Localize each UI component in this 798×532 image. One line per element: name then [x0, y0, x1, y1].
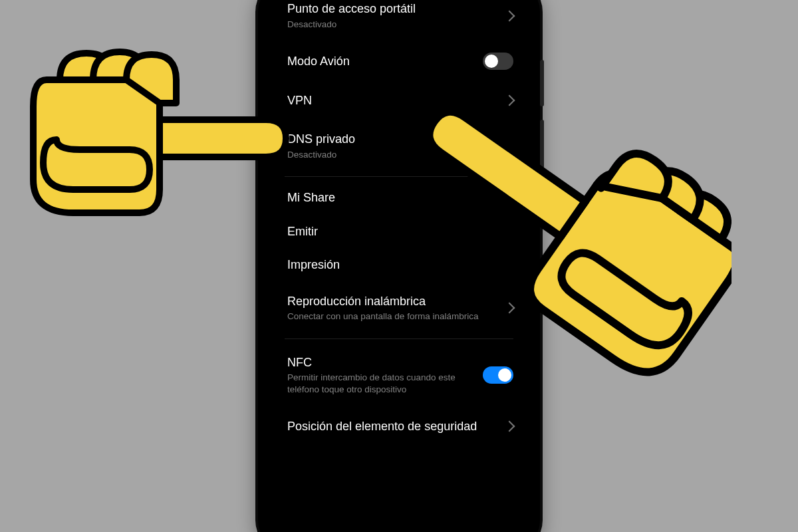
- phone-side-button: [540, 60, 544, 106]
- row-mi-share[interactable]: Mi Share: [285, 181, 513, 215]
- phone-screen: Punto de acceso portátil Desactivado Mod…: [267, 0, 531, 532]
- separator: [285, 176, 513, 177]
- row-print[interactable]: Impresión: [285, 248, 513, 282]
- chevron-right-icon: [504, 10, 515, 21]
- row-cast[interactable]: Emitir: [285, 215, 513, 249]
- row-vpn[interactable]: VPN: [285, 81, 513, 120]
- row-wireless-display[interactable]: Reproducción inalámbrica Conectar con un…: [285, 282, 513, 334]
- chevron-right-icon: [504, 421, 515, 432]
- row-subtitle: Desactivado: [287, 19, 487, 31]
- nfc-toggle[interactable]: [483, 366, 513, 384]
- toggle-knob: [498, 368, 511, 382]
- row-subtitle: Conectar con una pantalla de forma inalá…: [287, 311, 487, 323]
- row-title: Mi Share: [287, 190, 493, 205]
- pointing-right-icon: [20, 40, 293, 239]
- row-subtitle: Desactivado: [287, 149, 487, 161]
- row-title: Modo Avión: [287, 54, 493, 69]
- chevron-right-icon: [504, 303, 515, 314]
- row-title: Punto de acceso portátil: [287, 1, 493, 17]
- toggle-knob: [485, 55, 498, 68]
- phone-side-button: [540, 120, 544, 193]
- row-title: Impresión: [287, 257, 493, 273]
- row-hotspot[interactable]: Punto de acceso portátil Desactivado: [285, 0, 513, 42]
- airplane-mode-toggle[interactable]: [483, 53, 513, 70]
- row-private-dns[interactable]: DNS privado Desactivado: [285, 120, 513, 172]
- row-title: Posición del elemento de seguridad: [287, 419, 493, 434]
- row-title: VPN: [287, 93, 493, 108]
- row-airplane-mode[interactable]: Modo Avión: [285, 42, 513, 81]
- row-secure-element-position[interactable]: Posición del elemento de seguridad: [285, 407, 513, 446]
- row-subtitle: Permitir intercambio de datos cuando est…: [287, 372, 487, 395]
- separator: [285, 338, 513, 339]
- row-title: DNS privado: [287, 132, 493, 147]
- row-nfc[interactable]: NFC Permitir intercambio de datos cuando…: [285, 343, 513, 408]
- chevron-right-icon: [504, 94, 515, 106]
- settings-list[interactable]: Punto de acceso portátil Desactivado Mod…: [267, 0, 531, 532]
- row-title: Emitir: [287, 224, 493, 239]
- row-title: Reproducción inalámbrica: [287, 294, 493, 309]
- row-title: NFC: [287, 355, 493, 370]
- stage: Punto de acceso portátil Desactivado Mod…: [0, 0, 798, 532]
- phone-frame: Punto de acceso portátil Desactivado Mod…: [258, 0, 540, 532]
